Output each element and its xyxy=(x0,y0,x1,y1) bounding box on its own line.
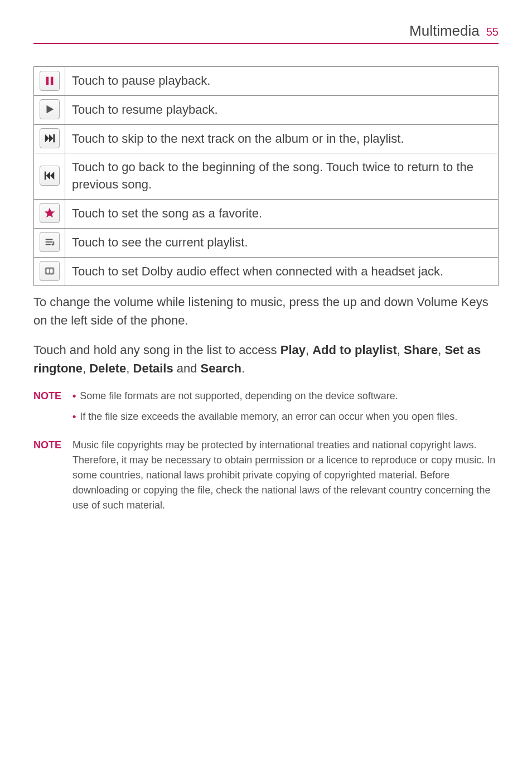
svg-marker-9 xyxy=(44,208,54,217)
icon-cell xyxy=(34,124,65,153)
favorite-star-icon xyxy=(40,203,60,223)
table-row: Touch to pause playback. xyxy=(34,67,499,96)
text-fragment: . xyxy=(241,361,245,375)
volume-paragraph: To change the volume while listening to … xyxy=(33,293,499,330)
bold-details: Details xyxy=(133,361,173,375)
icon-cell xyxy=(34,95,65,124)
note-line: • Some file formats are not supported, d… xyxy=(72,389,499,404)
text-fragment: , xyxy=(397,343,404,357)
playlist-icon xyxy=(40,232,60,252)
svg-marker-3 xyxy=(45,134,49,143)
svg-rect-17 xyxy=(50,269,52,273)
svg-rect-16 xyxy=(46,269,49,273)
note-block: NOTE Music file copyrights may be protec… xyxy=(33,438,499,519)
text-fragment: , xyxy=(306,343,312,357)
note-text: If the file size exceeds the available m… xyxy=(80,411,457,422)
previous-track-icon xyxy=(40,166,60,186)
play-icon xyxy=(40,99,60,119)
next-track-icon xyxy=(40,128,60,148)
note-body: • Some file formats are not supported, d… xyxy=(72,389,499,430)
text-fragment: , xyxy=(83,361,89,375)
svg-rect-6 xyxy=(44,172,46,180)
icon-cell xyxy=(34,257,65,286)
table-row: Touch to resume playback. xyxy=(34,95,499,124)
svg-rect-5 xyxy=(53,134,55,143)
note-block: NOTE • Some file formats are not support… xyxy=(33,389,499,430)
table-desc: Touch to see the current playlist. xyxy=(65,228,499,257)
bold-play: Play xyxy=(280,343,306,357)
note-text: Music file copyrights may be protected b… xyxy=(72,439,495,511)
text-fragment: , xyxy=(438,343,444,357)
table-row: Touch to see the current playlist. xyxy=(34,228,499,257)
svg-rect-1 xyxy=(50,76,53,85)
svg-marker-4 xyxy=(49,134,53,143)
controls-table: Touch to pause playback. Touch to resume… xyxy=(33,66,499,286)
touch-hold-paragraph: Touch and hold any song in the list to a… xyxy=(33,341,499,377)
svg-marker-7 xyxy=(46,172,50,180)
bullet-icon: • xyxy=(72,411,76,422)
dolby-icon xyxy=(40,261,60,281)
bold-search: Search xyxy=(201,361,241,375)
note-line: Music file copyrights may be protected b… xyxy=(72,438,499,513)
text-fragment: Touch and hold any song in the list to a… xyxy=(33,343,280,357)
table-desc: Touch to resume playback. xyxy=(65,95,499,124)
svg-rect-15 xyxy=(45,268,54,275)
svg-rect-14 xyxy=(53,241,54,245)
svg-rect-10 xyxy=(45,239,52,240)
header-title: Multimedia xyxy=(409,22,480,40)
table-row: Touch to skip to the next track on the a… xyxy=(34,124,499,153)
table-desc: Touch to set the song as a favorite. xyxy=(65,199,499,228)
table-desc: Touch to skip to the next track on the a… xyxy=(65,124,499,153)
table-desc: Touch to set Dolby audio effect when con… xyxy=(65,257,499,286)
bold-delete: Delete xyxy=(89,361,126,375)
note-label: NOTE xyxy=(33,389,72,430)
bullet-icon: • xyxy=(72,390,76,401)
bold-add-to-playlist: Add to playlist xyxy=(312,343,397,357)
text-fragment: and xyxy=(173,361,201,375)
svg-rect-11 xyxy=(45,241,52,243)
page-header: Multimedia 55 xyxy=(33,22,499,44)
table-row: Touch to go back to the beginning of the… xyxy=(34,153,499,200)
icon-cell xyxy=(34,67,65,96)
text-fragment: , xyxy=(126,361,133,375)
svg-marker-2 xyxy=(46,105,54,114)
note-label: NOTE xyxy=(33,438,72,519)
table-row: Touch to set Dolby audio effect when con… xyxy=(34,257,499,286)
pause-icon xyxy=(40,71,60,91)
svg-marker-8 xyxy=(50,172,54,180)
note-line: • If the file size exceeds the available… xyxy=(72,409,499,424)
table-desc: Touch to pause playback. xyxy=(65,67,499,96)
table-row: Touch to set the song as a favorite. xyxy=(34,199,499,228)
note-body: Music file copyrights may be protected b… xyxy=(72,438,499,519)
icon-cell xyxy=(34,153,65,200)
icon-cell xyxy=(34,199,65,228)
bold-share: Share xyxy=(404,343,438,357)
svg-rect-0 xyxy=(46,76,49,85)
note-text: Some file formats are not supported, dep… xyxy=(80,390,398,401)
header-page-number: 55 xyxy=(486,26,499,38)
svg-rect-12 xyxy=(45,244,50,245)
table-desc: Touch to go back to the beginning of the… xyxy=(65,153,499,200)
icon-cell xyxy=(34,228,65,257)
